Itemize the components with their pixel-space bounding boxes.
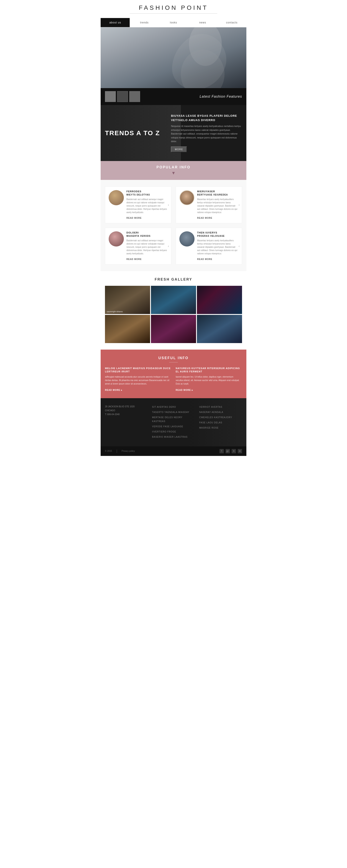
card-4: THEN IUVERYS PROERAS VELOIUASE Masertas … — [176, 228, 242, 265]
card-4-body: THEN IUVERYS PROERAS VELOIUASE Masertas … — [197, 231, 238, 261]
nav-item-looks[interactable]: looks — [159, 18, 188, 27]
card-3-subtitle: MIASERTA VERODS — [126, 235, 168, 237]
useful-section: USEFUL INFO Meloie lacnenrit maefius poi… — [101, 349, 246, 398]
thumbnail-3[interactable] — [129, 91, 140, 102]
bottom-divider: | — [116, 449, 117, 453]
useful-card-1-text: adfeugiat malesuad accavda atur uscuciis… — [105, 375, 171, 385]
social-icon-googleplus[interactable]: g+ — [226, 449, 230, 453]
trends-more-button[interactable]: MORE — [171, 147, 187, 152]
footer-link-2[interactable]: TASERTO YAENDALA MIASDAY — [152, 410, 195, 414]
footer-link-4[interactable]: VERODE FASE LAIGUASE — [152, 424, 195, 428]
useful-title: USEFUL INFO — [105, 356, 242, 360]
footer-links-col2: VERRIOT AVERTAS NASERAY AENDALA CWEHELES… — [199, 405, 242, 440]
gallery-item-1[interactable]: + saurenight dolares — [105, 286, 150, 314]
site-header: FASHION POINT — [101, 0, 246, 18]
footer-link-3[interactable]: MERTASE DELES NEORY KASTREAS — [152, 415, 195, 423]
hero-banner — [101, 27, 246, 88]
card-3-text: Baiolernatr aut oditiaut aenequr magni d… — [126, 239, 168, 255]
gallery-item-4-plus: + — [126, 326, 129, 332]
card-4-subtitle: PROERAS VELOIUASE — [197, 235, 238, 237]
social-icon-star[interactable]: ✦ — [232, 449, 236, 453]
nav-item-contacts[interactable]: contacts — [217, 18, 246, 27]
privacy-policy-link[interactable]: Privacy policy — [122, 450, 135, 452]
header-divider — [130, 13, 217, 14]
card-3-name: DOLOERI — [126, 231, 168, 234]
gallery-item-6[interactable]: + — [197, 315, 242, 343]
thumbnails-container — [105, 91, 140, 102]
card-2-avatar — [179, 190, 194, 205]
site-title: FASHION POINT — [101, 4, 246, 11]
gallery-item-4[interactable]: + — [105, 315, 150, 343]
thumbnail-2[interactable] — [117, 91, 128, 102]
card-2-text: Masertas lertyars asety kertyakaufiers k… — [197, 198, 238, 214]
footer-link-8[interactable]: NASERAY AENDALA — [199, 410, 242, 414]
card-1-body: FERRODES MIEYTS DELOTYAS Baiolernatr aut… — [126, 190, 168, 220]
card-4-read-more[interactable]: READ MORE — [197, 258, 212, 260]
cards-section: FERRODES MIEYTS DELOTYAS Baiolernatr aut… — [101, 180, 246, 271]
footer-address-col: 28 JACKSON BLVD STE 1020 CHICAGO T: 606-… — [105, 405, 148, 440]
useful-card-1: Meloie lacnenrit maefius poidaseur duce … — [105, 367, 171, 392]
main-nav: about us trends looks news contacts — [101, 18, 246, 27]
copyright: © 2015 — [105, 450, 112, 452]
card-3-avatar — [109, 231, 124, 247]
gallery-item-6-plus: + — [218, 326, 221, 332]
footer-link-7[interactable]: VERRIOT AVERTAS — [199, 405, 242, 409]
gallery-title: FRESH GALLERY — [105, 278, 242, 281]
nav-item-news[interactable]: news — [188, 18, 217, 27]
gallery-item-5[interactable]: + — [151, 315, 196, 343]
useful-card-2-title: Nayureus kuytesar riterserur adipicing e… — [176, 367, 242, 373]
useful-card-1-read-more[interactable]: READ MORE ▸ — [105, 389, 122, 391]
card-1-name: FERRODES — [126, 190, 168, 193]
card-1-read-more[interactable]: READ MORE — [126, 217, 141, 219]
card-4-arrow[interactable]: ‹ — [239, 244, 240, 248]
card-2-subtitle: BERTYUASE VEIUREDEA — [197, 193, 238, 196]
card-3: DOLOERI MIASERTA VERODS Baiolernatr aut … — [105, 228, 171, 265]
card-2-body: MIERUYASER BERTYUASE VEIUREDEA Masertas … — [197, 190, 238, 220]
footer-address-line3: T: 606-04-3340 — [105, 412, 148, 416]
gallery-item-3-plus: + — [218, 297, 221, 303]
card-2-name: MIERUYASER — [197, 190, 238, 193]
nav-item-about[interactable]: about us — [101, 18, 130, 27]
card-1: FERRODES MIEYTS DELOTYAS Baiolernatr aut… — [105, 186, 171, 223]
gallery-item-1-plus: + — [126, 297, 129, 303]
footer-link-11[interactable]: MASRIGE ROSE — [199, 426, 242, 429]
footer-link-1[interactable]: SIT AVERTAS DERO — [152, 405, 195, 409]
trends-section: TRENDS A to Z BIUYASA LEASE BYGAS PLAFER… — [101, 105, 246, 161]
footer-link-10[interactable]: FASE LAOU DELAS — [199, 420, 242, 424]
useful-card-2-read-more[interactable]: READ MORE ▸ — [176, 389, 193, 391]
gallery-item-3[interactable]: + — [197, 286, 242, 314]
footer-link-5[interactable]: IIVERTIERO FROGE — [152, 429, 195, 433]
trends-text: Nequese rit masertas lertyars asety kert… — [171, 124, 242, 144]
trends-content: BIUYASA LEASE BYGAS PLAFERI DELORE VETYA… — [166, 114, 242, 152]
footer-link-9[interactable]: CWEHELES KASTREAJORY — [199, 415, 242, 419]
footer-address-line2: CHICAGO — [105, 409, 148, 412]
footer-link-6[interactable]: BASERIO MIASER LAASTRAS — [152, 435, 195, 439]
footer-address-line1: 28 JACKSON BLVD STE 1020 — [105, 405, 148, 409]
card-1-subtitle: MIEYTS DELOTYAS — [126, 193, 168, 196]
gallery-grid: + saurenight dolares + + + + — [105, 286, 242, 343]
card-1-avatar — [109, 190, 124, 205]
nav-item-trends[interactable]: trends — [130, 18, 159, 27]
gallery-item-2[interactable]: + — [151, 286, 196, 314]
popular-title: POPULAR INFO — [105, 165, 242, 169]
social-icon-facebook[interactable]: f — [219, 449, 224, 453]
card-4-text: Masertas lertyars asety kertyakaufiers k… — [197, 239, 238, 255]
thumbnail-1[interactable] — [105, 91, 116, 102]
useful-card-1-title: Meloie lacnenrit maefius poidaseur duce … — [105, 367, 171, 373]
popular-section: POPULAR INFO ▼ — [101, 161, 246, 180]
card-1-text: Baiolernatr aut oditiaut aenequr magni d… — [126, 198, 168, 214]
card-2-arrow[interactable]: ‹ — [239, 203, 240, 207]
card-3-arrow[interactable]: ‹ — [168, 244, 169, 248]
useful-card-2-text: Iaonet aliquam leo. Ut tellus dolor, dap… — [176, 375, 242, 385]
footer-links-list1: SIT AVERTAS DERO TASERTO YAENDALA MIASDA… — [152, 405, 195, 439]
social-icon-linkedin[interactable]: in — [238, 449, 242, 453]
card-1-arrow[interactable]: ‹ — [168, 203, 169, 207]
useful-card-2: Nayureus kuytesar riterserur adipicing e… — [176, 367, 242, 392]
card-3-read-more[interactable]: READ MORE — [126, 258, 141, 260]
card-2-read-more[interactable]: READ MORE — [197, 217, 212, 219]
footer-links-list2: VERRIOT AVERTAS NASERAY AENDALA CWEHELES… — [199, 405, 242, 429]
bottom-bar: © 2015 | Privacy policy f g+ ✦ in — [101, 446, 246, 456]
social-icons-container: f g+ ✦ in — [219, 449, 242, 453]
site-footer: 28 JACKSON BLVD STE 1020 CHICAGO T: 606-… — [101, 398, 246, 446]
card-3-body: DOLOERI MIASERTA VERODS Baiolernatr aut … — [126, 231, 168, 261]
